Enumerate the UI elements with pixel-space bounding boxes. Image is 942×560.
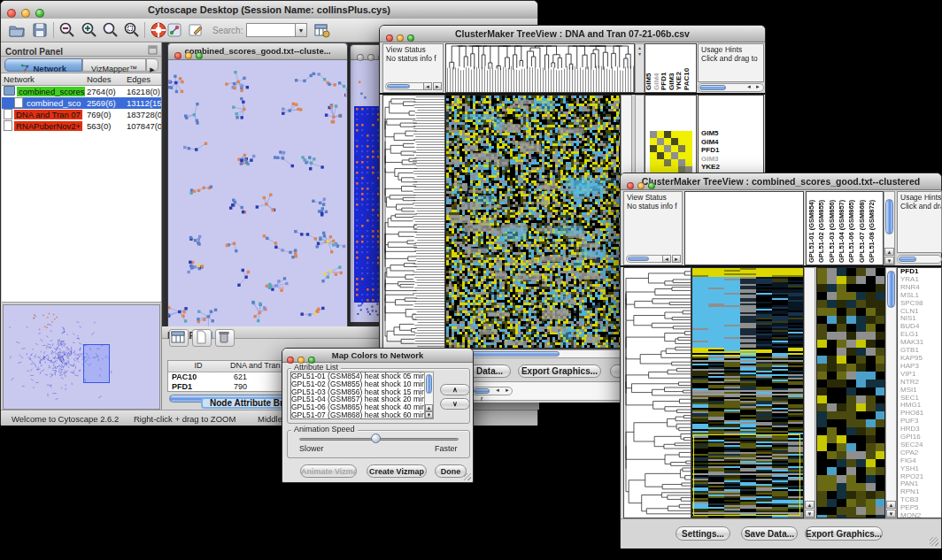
speed-slider-thumb[interactable] <box>371 433 381 443</box>
close-icon[interactable] <box>357 54 364 61</box>
network-window-1-titlebar[interactable]: combined_scores_good.txt--cluste... <box>168 43 347 60</box>
tv1-row-dendrogram[interactable] <box>382 95 445 349</box>
animate-vizmap-button[interactable]: Animate Vizmap <box>300 464 357 478</box>
gene-column-label[interactable]: PAC10 <box>683 68 691 90</box>
scroll-left-icon[interactable]: ◄ <box>423 82 432 90</box>
dialog-titlebar[interactable]: Map Colors to Network <box>282 349 473 363</box>
tv2-zoom-heatmap[interactable] <box>816 267 885 518</box>
network-row[interactable]: combined_sco2569(6)13112(15) <box>2 97 161 109</box>
array-column-label[interactable]: GPL51-06 (GSM865) <box>848 200 855 263</box>
tv1-column-dendrogram[interactable] <box>445 43 635 93</box>
array-column-label[interactable]: GPL51-04 (GSM857) <box>838 200 845 263</box>
settings-button[interactable]: Settings... <box>676 526 730 541</box>
tab-network[interactable]: Network <box>4 58 82 72</box>
minimize-icon[interactable] <box>367 54 374 61</box>
done-button[interactable]: Done <box>435 464 467 478</box>
tv2-collabels-vscrollbar[interactable]: ▲ ▼ <box>884 191 895 265</box>
network-view-canvas[interactable] <box>168 60 347 326</box>
move-up-button[interactable]: ∧ <box>440 384 470 395</box>
tab-overflow-button[interactable]: ▶ <box>146 58 158 72</box>
close-icon[interactable] <box>174 52 181 59</box>
tv2-global-heatmap[interactable] <box>691 267 804 518</box>
tv2-global-vscrollbar[interactable]: ▲ ▼ <box>804 267 815 518</box>
tab-vizmapper[interactable]: VizMapper™ <box>82 58 146 72</box>
scroll-left-icon[interactable]: ◄ <box>745 84 753 91</box>
search-dropdown-button[interactable]: ▼ <box>295 23 307 37</box>
tv1-subpanel-scrollbar[interactable]: ◄ ► <box>472 387 513 395</box>
gene-row-label[interactable]: GIM3 <box>699 155 763 164</box>
export-graphics-button[interactable]: Export Graphics... <box>805 526 883 541</box>
array-column-label[interactable]: GPL51-08 (GSM872) <box>869 200 876 263</box>
array-column-label[interactable]: GPL51-01 (GSM854) <box>808 200 815 263</box>
scroll-left-icon[interactable]: ◄ <box>493 387 502 395</box>
network-window-1[interactable]: combined_scores_good.txt--cluste... <box>167 42 348 326</box>
tv1-usage-scrollbar[interactable]: ◄ ► <box>698 83 764 92</box>
scroll-down-icon[interactable]: ▼ <box>805 510 815 518</box>
close-icon[interactable] <box>627 182 634 189</box>
minimize-icon[interactable] <box>397 35 404 42</box>
minimize-icon[interactable] <box>21 9 30 18</box>
network-row[interactable]: DNA and Tran 07769(0)183728(0) <box>2 109 161 120</box>
scroll-right-icon[interactable]: ► <box>753 84 762 91</box>
array-column-label[interactable]: GPL51-07 (GSM868) <box>859 200 866 263</box>
col-edges[interactable]: Edges <box>127 73 161 85</box>
gene-row-label[interactable]: YKE2 <box>699 163 763 172</box>
gene-label[interactable]: MON2 <box>898 512 941 518</box>
attribute-list[interactable]: GPL51-01 (GSM854) heat shock 05 minGPL51… <box>290 372 425 419</box>
scroll-down-icon[interactable]: ▼ <box>884 257 894 265</box>
attribute-item[interactable]: GPL51-07 (GSM868) heat shock 60 min <box>291 411 424 419</box>
zoom-window-icon[interactable] <box>648 182 655 189</box>
edit-network-icon[interactable] <box>187 21 205 39</box>
float-panel-icon[interactable] <box>148 45 158 55</box>
gene-column-label[interactable]: PFD1 <box>660 73 668 90</box>
attribute-item[interactable]: GPL51-06 (GSM865) heat shock 40 min <box>291 403 424 411</box>
create-vizmap-button[interactable]: Create Vizmap <box>367 464 427 478</box>
save-data-button[interactable]: Save Data... <box>741 526 798 541</box>
scroll-up-icon[interactable]: ▲ <box>805 501 815 509</box>
scroll-down-icon[interactable]: ▼ <box>886 510 896 518</box>
treeview1-titlebar[interactable]: ClusterMaker TreeView : DNA and Tran 07-… <box>380 26 765 42</box>
attribute-item[interactable]: GPL51-01 (GSM854) heat shock 05 min <box>291 372 424 380</box>
minimize-icon[interactable] <box>185 52 192 59</box>
scroll-up-icon[interactable]: ▲ <box>884 248 894 256</box>
tv2-genelist-vscrollbar[interactable]: ▲ ▼ <box>885 267 897 518</box>
tv1-splitter-strip[interactable]: ▴▾ <box>635 43 645 93</box>
scroll-down-icon[interactable]: ▼ <box>425 411 433 418</box>
network-row[interactable]: combined_scores2764(0)16218(0) <box>2 86 161 97</box>
overview-viewport-rect[interactable] <box>83 344 110 383</box>
array-column-label[interactable]: GPL51-03 (GSM856) <box>829 200 836 263</box>
save-icon[interactable] <box>31 21 49 39</box>
import-table-icon[interactable] <box>313 21 330 39</box>
scroll-right-icon[interactable]: ► <box>503 387 512 395</box>
move-down-button[interactable]: ∨ <box>440 398 470 410</box>
overview-canvas[interactable] <box>4 305 159 409</box>
select-attributes-icon[interactable] <box>169 329 189 347</box>
gene-row-label[interactable]: PFD1 <box>699 146 763 155</box>
close-icon[interactable] <box>386 35 393 42</box>
open-file-icon[interactable] <box>8 21 26 39</box>
minimize-icon[interactable] <box>637 182 645 189</box>
treeview2-titlebar[interactable]: ClusterMaker TreeView : combined_scores_… <box>621 173 941 190</box>
gene-row-label[interactable]: GIM5 <box>699 129 763 138</box>
main-titlebar[interactable]: Cytoscape Desktop (Session Name: collins… <box>1 1 537 19</box>
resize-grip[interactable] <box>464 473 471 480</box>
zoom-window-icon[interactable] <box>35 9 44 18</box>
export-graphics-button[interactable]: Export Graphics... <box>518 364 601 378</box>
col-network[interactable]: Network <box>4 73 85 85</box>
new-attribute-icon[interactable] <box>192 329 212 347</box>
network-row[interactable]: RNAPuberNov2+563(0)107847(0) <box>2 120 161 132</box>
gene-column-label[interactable]: GIM5 <box>645 73 652 90</box>
scroll-right-icon[interactable]: ► <box>433 82 442 90</box>
delete-attribute-icon[interactable] <box>215 329 235 347</box>
zoom-selected-icon[interactable] <box>123 21 141 39</box>
scroll-left-icon[interactable]: ◄ <box>662 255 671 263</box>
help-lifering-icon[interactable] <box>150 21 167 39</box>
tv1-mini-heatmap[interactable] <box>650 131 692 173</box>
scroll-up-icon[interactable]: ▲ <box>886 501 896 509</box>
dp-col-id[interactable]: ID <box>168 361 228 370</box>
attribute-list-scrollbar[interactable]: ▲ ▼ <box>424 372 434 419</box>
attribute-item[interactable]: GPL51-02 (GSM855) heat shock 10 min <box>291 380 424 388</box>
col-nodes[interactable]: Nodes <box>87 73 126 85</box>
scroll-up-icon[interactable]: ▲ <box>425 404 433 411</box>
zoom-window-icon[interactable] <box>196 52 203 59</box>
